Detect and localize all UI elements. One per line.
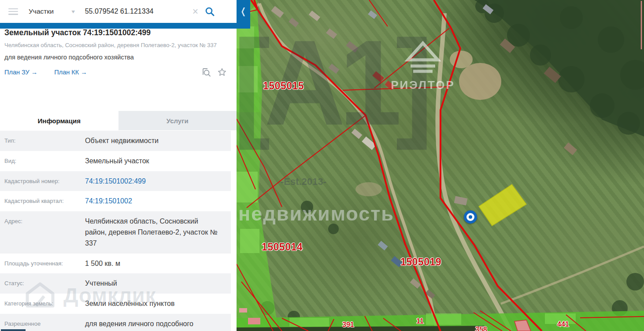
satellite-map[interactable]: [А1] -Est.2013- недвижимость РИЭЛТОР 150… <box>237 0 644 331</box>
table-row: Категория земель: Земли населённых пункт… <box>0 294 231 314</box>
table-row: Площадь уточненная: 1 500 кв. м <box>0 254 231 274</box>
panel-collapse-button[interactable]: ❮ <box>237 0 250 29</box>
cadastral-quarter-link[interactable]: 74:19:1501002 <box>81 191 231 211</box>
tab-services[interactable]: Услуги <box>118 111 237 130</box>
quarter-label: 1505019 <box>400 256 441 268</box>
menu-hamburger-icon[interactable] <box>8 8 18 15</box>
quarter-label: 1505015 <box>263 80 304 92</box>
table-row: Адрес: Челябинская область, Сосновский р… <box>0 211 231 253</box>
search-category-dropdown[interactable]: Участки ▼ <box>29 7 76 15</box>
parcel-label: 391 <box>342 321 354 329</box>
search-input[interactable] <box>84 7 192 16</box>
chevron-down-icon: ▼ <box>70 9 76 14</box>
header-accent-strip <box>0 23 237 29</box>
chevron-left-icon: ❮ <box>241 6 246 16</box>
watermark-nedvizhimost: недвижимость <box>238 202 394 225</box>
parcel-label: 441 <box>557 320 569 328</box>
parcel-label: 11 <box>416 317 424 325</box>
info-panel: Участки ▼ × ← Вернуться к списку Земельн… <box>0 0 237 331</box>
table-row: Статус: Учтенный <box>0 273 231 294</box>
map-location-marker[interactable] <box>464 210 477 224</box>
favorite-star-icon[interactable] <box>217 67 227 77</box>
magnifier-icon <box>204 6 215 17</box>
parcel-subtitle: Челябинская область, Сосновский район, д… <box>0 37 237 48</box>
search-category-label: Участки <box>29 7 54 15</box>
preview-document-icon[interactable] <box>201 67 211 77</box>
table-row: Вид: Земельный участок <box>0 151 231 171</box>
table-row: Тип: Объект недвижимости <box>0 131 231 151</box>
table-row: Разрешенное использование: для ведения л… <box>0 314 231 331</box>
search-bar: Участки ▼ × <box>0 0 237 23</box>
cadastral-map-app: { "search_bar": { "category": "Участки",… <box>0 0 644 331</box>
info-table: Тип: Объект недвижимости Вид: Земельный … <box>0 131 237 331</box>
clear-search-icon[interactable]: × <box>192 7 198 17</box>
quarter-label: 1505014 <box>262 241 303 253</box>
highlighted-parcel <box>479 184 526 226</box>
watermark-rieltor: РИЭЛТОР <box>385 40 460 92</box>
parcel-description: для ведения личного подсобного хозяйства <box>0 48 237 61</box>
rieltor-diamond-icon <box>404 40 441 75</box>
table-row: Кадастровый номер: 74:19:1501002:499 <box>0 171 231 191</box>
cadastral-number-link[interactable]: 74:19:1501002:499 <box>81 171 231 191</box>
parcel-label: 358 <box>475 326 487 331</box>
tab-information[interactable]: Информация <box>0 111 118 130</box>
watermark-est: -Est.2013- <box>281 176 326 188</box>
panel-tabs: Информация Услуги <box>0 111 237 130</box>
table-row: Кадастровый квартал: 74:19:1501002 <box>0 191 231 211</box>
plan-zu-link[interactable]: План ЗУ → <box>4 69 37 76</box>
bottom-corner-chip <box>1 329 26 331</box>
plan-kk-link[interactable]: План КК → <box>54 69 87 76</box>
search-button[interactable] <box>204 6 215 17</box>
